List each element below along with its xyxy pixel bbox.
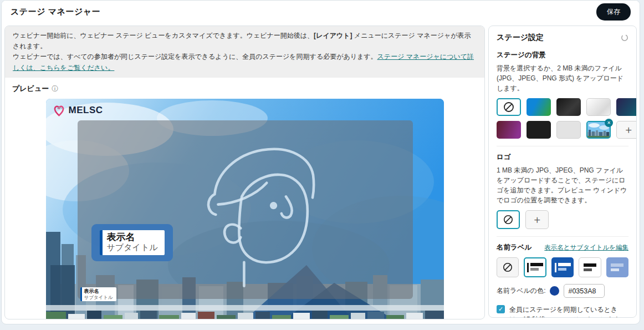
label-style-outline-bar-button[interactable] — [524, 257, 546, 277]
name-label-heading: 名前ラベル — [497, 243, 531, 252]
label-style-none-button[interactable] — [497, 257, 519, 277]
heart-logo-icon — [53, 104, 66, 117]
save-button[interactable]: 保存 — [596, 3, 631, 21]
remove-background-icon[interactable]: ✕ — [605, 119, 613, 127]
label-style-plain-button[interactable] — [579, 257, 601, 277]
logo-none-button[interactable] — [497, 210, 520, 229]
logo-text: MELSC — [69, 105, 103, 116]
banner-line2: ウェビナーでは、すべての参加者が同じステージ設定を表示できるように、全員のステー… — [13, 53, 377, 60]
name-label-card: 表示名 サブタイトル — [100, 230, 165, 255]
main-content: ウェビナー開始前に、ウェビナー ステージ ビューをカスタマイズできます。ウェビナ… — [2, 23, 640, 319]
logo-upload-button[interactable]: ＋ — [525, 210, 549, 229]
fade-checkbox-row: ✓ 全員にステージを同期しているときは、15 秒後にフェードアウトします。 — [497, 304, 628, 318]
name-label-header-row: 名前ラベル 表示名とサブタイトルを編集 — [497, 243, 628, 252]
label-color-row: 名前ラベルの色: — [497, 284, 628, 298]
settings-title: ステージ設定 — [497, 33, 544, 43]
preview-heading-row: プレビュー ⓘ — [12, 84, 484, 94]
bg-black-thumb[interactable] — [527, 121, 551, 139]
no-background-icon — [503, 101, 514, 113]
label-style-light-blue-button[interactable] — [606, 257, 628, 277]
label-color-label: 名前ラベルの色: — [497, 286, 545, 296]
background-description: 背景を選択するか、2 MB 未満のファイル (JPG、JPEG、PNG 形式) … — [497, 63, 628, 93]
bg-dark-wave-thumb[interactable] — [556, 98, 581, 116]
preview-title: プレビュー — [12, 84, 49, 94]
bg-red-purple-thumb[interactable] — [497, 121, 521, 139]
page-title: ステージ マネージャー — [11, 7, 100, 17]
divider — [497, 236, 628, 237]
settings-header: ステージ設定 — [497, 33, 628, 43]
no-label-icon — [503, 262, 513, 272]
no-logo-icon — [503, 215, 513, 225]
bg-none-button[interactable] — [497, 98, 521, 116]
subtitle-text: サブタイトル — [107, 242, 158, 252]
bg-purple-teal-thumb[interactable] — [616, 98, 637, 116]
logo-description: 1 MB 未満の JPG、JPEG、PNG ファイルをアップロードすることで、ス… — [497, 165, 628, 205]
stage-preview: MELSC 表示名 — [46, 99, 444, 319]
background-heading: ステージの背景 — [497, 50, 628, 60]
info-icon[interactable]: ⓘ — [52, 85, 58, 92]
bg-blue-green-thumb[interactable] — [527, 98, 551, 116]
label-style-filled-blue-button[interactable] — [551, 257, 574, 277]
bg-upload-button[interactable]: ＋ — [616, 121, 637, 139]
banner-layout-bold: [レイアウト] — [314, 32, 352, 39]
fade-checkbox-checked[interactable]: ✓ — [497, 305, 505, 313]
bg-city-thumb-selected[interactable]: ✕ — [586, 121, 611, 139]
display-name-text: 表示名 — [107, 232, 158, 243]
color-swatch[interactable] — [550, 286, 559, 296]
edit-name-subtitle-link[interactable]: 表示名とサブタイトルを編集 — [544, 243, 628, 252]
bg-gray-thumb[interactable] — [556, 121, 581, 139]
stage-settings-panel: ステージ設定 ステージの背景 背景を選択するか、2 MB 未満のファイル (JP… — [488, 26, 637, 318]
refresh-icon[interactable] — [621, 34, 628, 42]
name-label-small: 表示名 サブタイトル — [80, 287, 116, 301]
name-label-draggable[interactable]: 表示名 サブタイトル — [91, 224, 173, 261]
divider — [497, 146, 628, 146]
banner-line1: ウェビナー開始前に、ウェビナー ステージ ビューをカスタマイズできます。ウェビナ… — [13, 32, 314, 39]
logo-heading: ロゴ — [497, 153, 628, 162]
bg-light-silk-thumb[interactable] — [586, 98, 611, 116]
avatar-face-illustration — [207, 142, 340, 287]
info-banner: ウェビナー開始前に、ウェビナー ステージ ビューをカスタマイズできます。ウェビナ… — [5, 26, 484, 78]
stage-manager-window: ステージ マネージャー 保存 ウェビナー開始前に、ウェビナー ステージ ビューを… — [1, 0, 640, 324]
stage-logo: MELSC — [53, 104, 103, 117]
color-value-input[interactable] — [564, 284, 605, 298]
display-name-text-small: 表示名 — [84, 288, 113, 295]
header: ステージ マネージャー 保存 — [2, 1, 640, 23]
subtitle-text-small: サブタイトル — [84, 295, 113, 300]
preview-panel: ウェビナー開始前に、ウェビナー ステージ ビューをカスタマイズできます。ウェビナ… — [4, 26, 485, 319]
background-thumbnails: ✕ ＋ — [497, 98, 628, 139]
logo-options: ＋ — [497, 210, 628, 229]
name-label-styles — [497, 257, 628, 277]
fade-checkbox-label: 全員にステージを同期しているときは、15 秒後にフェードアウトします。 — [509, 304, 628, 318]
